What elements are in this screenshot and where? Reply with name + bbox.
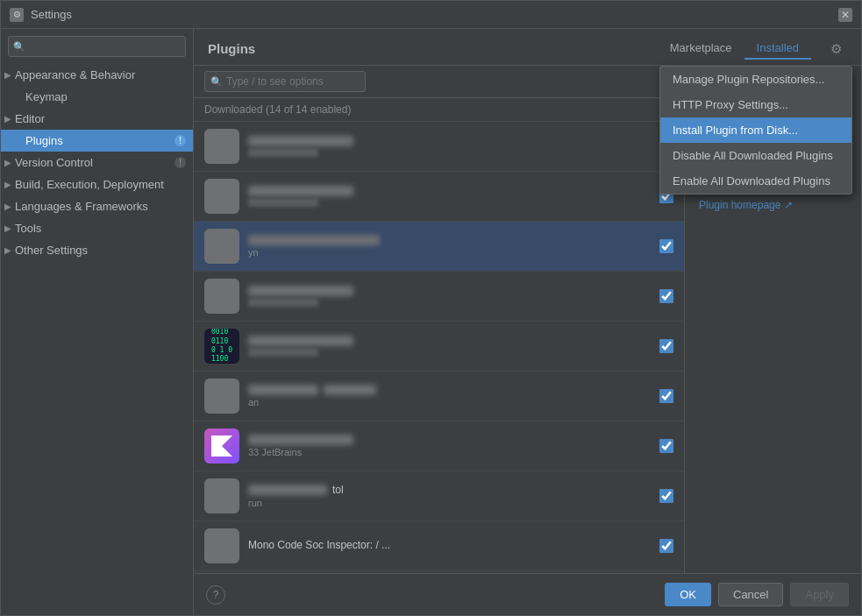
plugins-badge: ! xyxy=(175,135,186,146)
sidebar-search-icon: 🔍 xyxy=(13,41,25,53)
sidebar-item-tools[interactable]: ▶ Tools xyxy=(1,217,193,239)
main-content: 🔍 ▶ Appearance & Behavior Keymap ▶ Edito… xyxy=(1,29,861,615)
plugin-checkbox[interactable] xyxy=(659,389,673,403)
plugin-meta xyxy=(248,198,651,207)
plugin-logo xyxy=(204,179,239,214)
sidebar-item-plugins[interactable]: Plugins ! xyxy=(1,130,193,152)
help-button[interactable]: ? xyxy=(206,585,225,605)
main-panel: Plugins Marketplace Installed ⚙ 🔍 xyxy=(194,29,861,615)
plugin-checkbox[interactable] xyxy=(659,339,673,353)
plugin-checkbox[interactable] xyxy=(659,439,673,453)
plugin-info xyxy=(248,136,651,157)
plugins-title: Plugins xyxy=(208,41,255,56)
sidebar-item-build[interactable]: ▶ Build, Execution, Deployment xyxy=(1,173,193,195)
plugin-info: 33 JetBrains xyxy=(248,435,651,457)
tab-installed[interactable]: Installed xyxy=(744,38,811,60)
sidebar: 🔍 ▶ Appearance & Behavior Keymap ▶ Edito… xyxy=(1,29,194,615)
plugin-logo xyxy=(204,528,239,563)
vcs-badge: ! xyxy=(175,157,186,168)
ok-button[interactable]: OK xyxy=(665,583,711,606)
plugin-item[interactable]: an xyxy=(194,372,684,421)
plugin-name: Mono Code Soc Inspector: / ... xyxy=(248,539,651,551)
plugin-item[interactable]: 33 JetBrains xyxy=(194,421,684,471)
chevron-icon: ▶ xyxy=(4,180,11,189)
sidebar-item-keymap[interactable]: Keymap xyxy=(1,86,193,108)
sidebar-item-label: Keymap xyxy=(25,90,68,103)
plugin-item[interactable] xyxy=(194,172,684,222)
plugin-info: Mono Code Soc Inspector: / ... xyxy=(248,539,651,553)
plugin-logo xyxy=(204,379,239,414)
plugin-meta: 33 JetBrains xyxy=(248,447,651,457)
plugin-homepage-row: Plugin homepage ↗ xyxy=(699,198,847,211)
sidebar-item-label: Languages & Frameworks xyxy=(15,200,148,213)
sidebar-item-editor[interactable]: ▶ Editor xyxy=(1,108,193,130)
plugins-header: Plugins Marketplace Installed ⚙ xyxy=(194,29,861,66)
plugin-list-header: 🔍 ⋮ xyxy=(194,66,684,98)
dropdown-manage-repos[interactable]: Manage Plugin Repositories... xyxy=(660,67,851,92)
plugin-name xyxy=(248,435,651,445)
settings-icon: ⚙ xyxy=(10,8,24,22)
plugin-logo xyxy=(204,129,239,164)
sidebar-item-other[interactable]: ▶ Other Settings xyxy=(1,239,193,261)
sidebar-item-label: Plugins xyxy=(25,134,63,147)
dropdown-menu: Manage Plugin Repositories... HTTP Proxy… xyxy=(659,66,852,195)
sidebar-item-label: Build, Execution, Deployment xyxy=(15,178,164,191)
plugin-item[interactable] xyxy=(194,122,684,172)
plugin-name xyxy=(248,385,651,395)
chevron-icon: ▶ xyxy=(4,158,11,167)
plugin-name xyxy=(248,136,651,146)
sidebar-item-version-control[interactable]: ▶ Version Control ! xyxy=(1,152,193,173)
plugin-info: an xyxy=(248,385,651,407)
plugin-list: 🔍 ⋮ Downloaded (14 of 14 enabled) xyxy=(194,66,685,573)
plugin-search-input[interactable] xyxy=(204,71,366,92)
plugin-logo xyxy=(204,478,239,513)
chevron-icon: ▶ xyxy=(4,70,11,80)
dropdown-disable-all[interactable]: Disable All Downloaded Plugins xyxy=(660,143,851,168)
plugin-info: tol run xyxy=(248,484,651,508)
plugin-name xyxy=(248,286,651,296)
plugin-item[interactable] xyxy=(194,272,684,322)
plugin-info xyxy=(248,186,651,207)
plugin-homepage-link2[interactable]: Plugin homepage ↗ xyxy=(699,199,793,211)
sidebar-item-label: Editor xyxy=(15,112,45,125)
plugin-info xyxy=(248,336,651,357)
plugin-checkbox[interactable] xyxy=(659,539,673,553)
settings-dialog: ⚙ Settings ✕ 🔍 ▶ Appearance & Behavior K… xyxy=(0,0,862,616)
plugin-info xyxy=(248,286,651,307)
dropdown-install-disk[interactable]: Install Plugin from Disk... xyxy=(660,117,851,143)
chevron-icon: ▶ xyxy=(4,114,11,124)
plugin-search-wrap: 🔍 xyxy=(204,71,645,92)
plugin-checkbox[interactable] xyxy=(659,289,673,303)
downloaded-label: Downloaded (14 of 14 enabled) xyxy=(194,98,684,122)
sidebar-item-languages[interactable]: ▶ Languages & Frameworks xyxy=(1,195,193,217)
plugin-name xyxy=(248,186,651,196)
plugin-info: yn xyxy=(248,235,651,258)
apply-button[interactable]: Apply xyxy=(790,583,849,606)
tab-marketplace[interactable]: Marketplace xyxy=(658,38,744,60)
sidebar-search-input[interactable] xyxy=(8,36,186,57)
cancel-button[interactable]: Cancel xyxy=(718,583,783,606)
plugin-name xyxy=(248,336,651,346)
plugin-logo xyxy=(204,279,239,314)
plugin-name: tol xyxy=(248,484,651,496)
dropdown-http-proxy[interactable]: HTTP Proxy Settings... xyxy=(660,92,851,117)
bottom-bar: ? OK Cancel Apply xyxy=(194,573,861,615)
plugin-item[interactable]: Mono Code Soc Inspector: / ... xyxy=(194,521,684,571)
plugin-item[interactable]: yn xyxy=(194,222,684,272)
close-button[interactable]: ✕ xyxy=(838,8,852,22)
dialog-title: Settings xyxy=(31,8,72,21)
plugin-checkbox[interactable] xyxy=(659,489,673,503)
plugins-gear-button[interactable]: ⚙ xyxy=(825,39,847,59)
tab-bar: Marketplace Installed xyxy=(658,38,811,60)
title-bar-left: ⚙ Settings xyxy=(10,8,72,22)
plugin-logo-kotlin xyxy=(204,428,239,464)
plugin-search-icon: 🔍 xyxy=(210,76,223,88)
sidebar-item-appearance[interactable]: ▶ Appearance & Behavior xyxy=(1,64,193,86)
dropdown-enable-all[interactable]: Enable All Downloaded Plugins xyxy=(660,168,851,194)
sidebar-item-label: Tools xyxy=(15,222,41,235)
plugin-item[interactable]: tol run xyxy=(194,471,684,521)
plugin-logo xyxy=(204,229,239,264)
plugin-checkbox[interactable] xyxy=(659,239,673,253)
plugin-item[interactable]: 001001100 1 01100 xyxy=(194,322,684,372)
chevron-icon: ▶ xyxy=(4,245,11,255)
